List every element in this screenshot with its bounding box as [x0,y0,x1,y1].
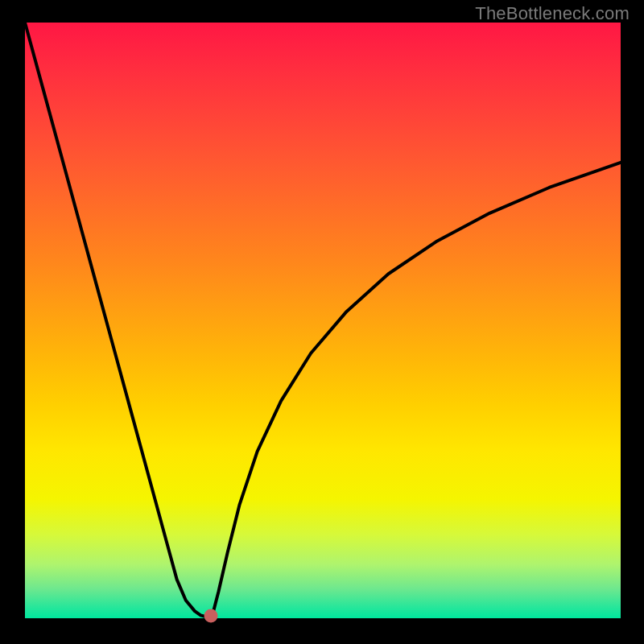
min-point-marker [204,609,217,623]
bottleneck-curve [25,23,621,618]
watermark-text: TheBottleneck.com [475,3,630,24]
plot-area [25,23,621,618]
chart-container: TheBottleneck.com [0,0,644,644]
